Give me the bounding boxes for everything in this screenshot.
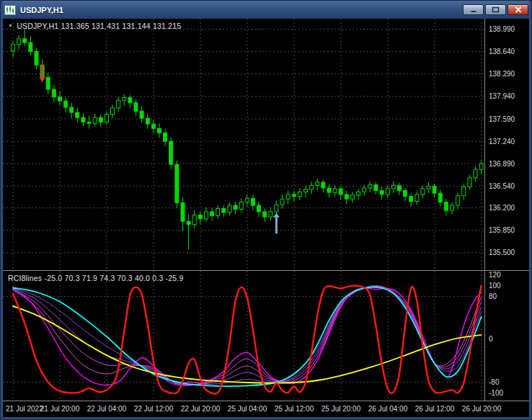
restore-button[interactable] — [485, 4, 506, 15]
candlestick-icon — [4, 5, 16, 15]
svg-text:-80: -80 — [489, 378, 500, 386]
svg-text:26 Jul 12:00: 26 Jul 12:00 — [415, 405, 455, 413]
svg-text:100: 100 — [489, 282, 501, 290]
minimize-button[interactable] — [463, 4, 484, 15]
svg-text:138.990: 138.990 — [489, 25, 515, 33]
close-icon — [515, 6, 522, 13]
svg-text:21 Jul 20:00: 21 Jul 20:00 — [40, 405, 80, 413]
svg-text:25 Jul 20:00: 25 Jul 20:00 — [322, 405, 361, 413]
svg-text:135.850: 135.850 — [489, 226, 515, 234]
svg-text:137.240: 137.240 — [489, 138, 515, 146]
svg-text:25 Jul 04:00: 25 Jul 04:00 — [228, 405, 267, 413]
svg-text:136.200: 136.200 — [489, 204, 515, 212]
chart-background — [3, 19, 529, 417]
quote-dropdown-icon[interactable]: ▼ — [8, 23, 13, 28]
svg-text:22 Jul 20:00: 22 Jul 20:00 — [181, 405, 221, 413]
svg-text:22 Jul 12:00: 22 Jul 12:00 — [134, 405, 174, 413]
svg-text:137.590: 137.590 — [489, 115, 515, 123]
svg-text:138.290: 138.290 — [489, 70, 515, 78]
svg-text:138.640: 138.640 — [489, 48, 515, 55]
window-controls — [461, 4, 528, 15]
svg-text:26 Jul 20:00: 26 Jul 20:00 — [462, 405, 502, 413]
svg-text:26 Jul 04:00: 26 Jul 04:00 — [368, 405, 408, 413]
svg-text:-100: -100 — [489, 389, 503, 397]
window-title: USDJPY,H1 — [20, 6, 461, 14]
svg-text:120: 120 — [489, 271, 501, 279]
chart-window-icon — [4, 4, 17, 15]
svg-text:135.500: 135.500 — [489, 249, 515, 256]
price-chart[interactable]: 138.990138.640138.290137.940137.590137.2… — [3, 19, 529, 417]
svg-text:136.540: 136.540 — [489, 182, 515, 190]
close-button[interactable] — [507, 4, 528, 15]
restore-icon — [492, 6, 500, 13]
svg-text:21 Jul 2022: 21 Jul 2022 — [6, 405, 43, 413]
chart-area[interactable]: 138.990138.640138.290137.940137.590137.2… — [3, 19, 529, 417]
chart-window: USDJPY,H1 138.990138.640138.290137.94013… — [0, 0, 532, 420]
svg-text:0: 0 — [489, 335, 493, 343]
svg-text:136.890: 136.890 — [489, 160, 515, 168]
minimize-icon — [470, 6, 477, 13]
svg-text:137.940: 137.940 — [489, 92, 515, 100]
svg-text:80: 80 — [489, 292, 497, 300]
svg-text:25 Jul 12:00: 25 Jul 12:00 — [275, 405, 314, 413]
titlebar[interactable]: USDJPY,H1 — [3, 1, 529, 19]
svg-text:22 Jul 04:00: 22 Jul 04:00 — [87, 405, 127, 413]
